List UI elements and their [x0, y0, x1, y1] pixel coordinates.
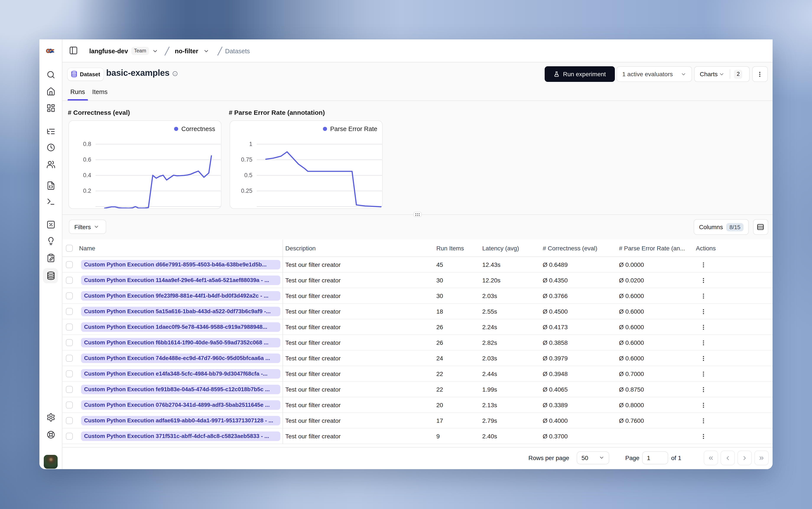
svg-text:Correctness: Correctness [181, 126, 215, 132]
svg-text:0.5: 0.5 [244, 172, 252, 178]
svg-text:0.75: 0.75 [241, 157, 252, 163]
svg-text:0.25: 0.25 [241, 188, 252, 194]
svg-text:0.4: 0.4 [83, 172, 91, 178]
svg-text:0.2: 0.2 [83, 188, 91, 194]
svg-text:1: 1 [249, 141, 252, 147]
svg-text:Parse Error Rate: Parse Error Rate [330, 126, 377, 132]
svg-text:0.6: 0.6 [83, 157, 91, 163]
svg-text:0.8: 0.8 [83, 141, 91, 147]
